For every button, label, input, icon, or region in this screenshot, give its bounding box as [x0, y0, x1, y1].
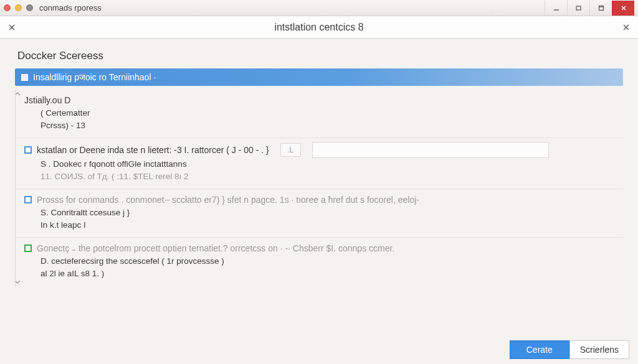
tab-bar: intstlation centcics 8	[0, 16, 638, 39]
step-label: Prosss for conmands . conmonet·- sccłatt…	[37, 195, 419, 205]
step-body: S. Conritraltt ccesuse j } In k.t leapc …	[24, 207, 617, 231]
close-dot-icon[interactable]	[4, 4, 11, 11]
tab-title: intstlation centcics 8	[22, 22, 616, 33]
step-pill[interactable]: .L	[280, 143, 301, 157]
step-label: Gonectç ₌ the potcelrom procett optien t…	[37, 243, 394, 253]
steps-list: Jstially.ou D ( Certematter Pcrsss) - 13…	[15, 90, 623, 286]
close-icon	[8, 24, 16, 31]
step-body: S . Dookec r fqonott offiGle inctatttann…	[24, 158, 617, 182]
window-titlebar: conmads rporess	[0, 0, 638, 16]
window-controls-right	[545, 1, 634, 16]
maximize-button[interactable]	[589, 1, 612, 16]
step-line: S. Conritraltt ccesuse j }	[40, 207, 617, 219]
step-item: Gonectç ₌ the potcelrom procett optien t…	[16, 237, 623, 286]
create-button[interactable]: Cerate	[510, 340, 569, 359]
step-line: S . Dookec r fqonott offiGle inctatttann…	[40, 158, 617, 170]
close-icon	[622, 24, 630, 31]
progress-label: Insaldllirig pजoic ro Terniinhaol ·	[33, 72, 156, 83]
page-title: Doccker Scereess	[11, 47, 627, 68]
inactive-dot-icon	[26, 4, 33, 11]
close-icon	[620, 4, 627, 12]
svg-rect-1	[576, 6, 581, 10]
tab-close-right[interactable]	[621, 22, 632, 33]
step-line: In k.t leapc I	[40, 219, 617, 231]
step-head[interactable]: Gonectç ₌ the potcelrom procett optien t…	[24, 241, 617, 255]
step-item: Jstially.ou D ( Certematter Pcrsss) - 13	[16, 90, 623, 138]
restore-button[interactable]	[567, 1, 589, 16]
checkbox-icon[interactable]	[24, 196, 32, 203]
scroll-down-icon[interactable]	[15, 278, 22, 286]
step-input-box[interactable]	[312, 142, 549, 158]
progress-bar: Insaldllirig pजoic ro Terniinhaol ·	[15, 68, 623, 86]
step-head[interactable]: kstatlan or Deene inda ste n lietert: -3…	[24, 142, 617, 158]
step-body: D. cecteferecsirg the sccescefel ( 1r pr…	[24, 255, 617, 279]
minimize-icon	[553, 4, 560, 12]
window-controls-mac	[4, 4, 33, 11]
minimize-dot-icon[interactable]	[15, 4, 22, 11]
step-head: Jstially.ou D	[24, 93, 617, 107]
tab-close-left[interactable]	[6, 22, 17, 33]
checkbox-icon[interactable]	[24, 245, 32, 252]
step-item: kstatlan or Deene inda ste n lietert: -3…	[16, 138, 623, 189]
minimize-button[interactable]	[545, 1, 567, 16]
step-line: Pcrsss) - 13	[40, 119, 617, 132]
step-body: ( Certematter Pcrsss) - 13	[24, 107, 617, 131]
window-title: conmads rporess	[39, 3, 545, 12]
step-label: Jstially.ou D	[24, 95, 70, 105]
secondary-button[interactable]: Scrierlens	[569, 340, 629, 359]
scroll-up-icon[interactable]	[15, 90, 22, 98]
checkbox-icon[interactable]	[24, 146, 32, 154]
maximize-icon	[598, 4, 605, 12]
step-label: kstatlan or Deene inda ste n lietert: -3…	[37, 145, 269, 155]
step-item: Prosss for conmands . conmonet·- sccłatt…	[16, 189, 623, 237]
close-button[interactable]	[612, 1, 634, 16]
progress-square-icon	[21, 74, 28, 81]
step-line: D. cecteferecsirg the sccescefel ( 1r pr…	[40, 255, 617, 268]
content-area: Doccker Scereess Insaldllirig pजoic ro T…	[0, 39, 638, 364]
restore-icon	[575, 4, 583, 12]
dialog-footer: Cerate Scrierlens	[0, 335, 638, 364]
step-line: ( Certematter	[40, 107, 617, 119]
step-head[interactable]: Prosss for conmands . conmonet·- sccłatt…	[24, 193, 617, 207]
step-line: 11. COИJS. of Tд. ( :11. $TEL rerel 8ı 2	[40, 170, 617, 183]
step-line: al 2l ie aIL s8 1. )	[40, 268, 617, 280]
